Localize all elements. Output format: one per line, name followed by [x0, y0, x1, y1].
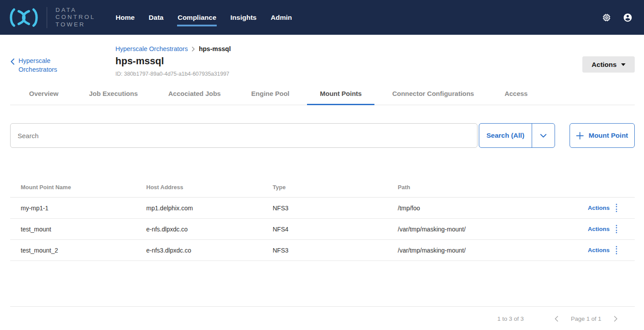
breadcrumb: Hyperscale Orchestrators hps-mssql — [115, 45, 231, 52]
pagination: 1 to 3 of 3 Page 1 of 1 — [0, 307, 644, 330]
row-actions-link[interactable]: Actions — [588, 247, 610, 253]
cell-host-address: e-nfs.dlpxdc.co — [136, 226, 262, 233]
search-scope-dropdown-button[interactable] — [532, 124, 555, 147]
nav-item-compliance[interactable]: Compliance — [178, 11, 216, 24]
previous-page-button[interactable] — [553, 315, 560, 323]
search-all-button[interactable]: Search (All) — [479, 124, 532, 147]
tab-accociated-jobs[interactable]: Accociated Jobs — [168, 84, 221, 105]
cell-type: NFS3 — [262, 247, 387, 254]
row-actions-link[interactable]: Actions — [588, 205, 610, 211]
detail-tabs: Overview Job Executions Accociated Jobs … — [10, 84, 635, 105]
cell-path: /tmp/foo — [387, 205, 524, 212]
next-page-button[interactable] — [612, 315, 619, 323]
chip-settings-icon[interactable] — [602, 13, 611, 22]
cell-path: /var/tmp/masking-mount/ — [387, 226, 524, 233]
nav-item-home[interactable]: Home — [116, 11, 135, 24]
chevron-left-icon — [11, 59, 15, 65]
pagination-page-label: Page 1 of 1 — [571, 315, 601, 322]
kebab-menu-icon[interactable] — [615, 224, 618, 235]
cell-mount-point-name: test_mount_2 — [10, 247, 136, 254]
page-actions-label: Actions — [592, 61, 617, 69]
column-header-path: Path — [387, 184, 524, 191]
nav-item-admin[interactable]: Admin — [270, 11, 292, 24]
cell-actions: Actions — [524, 245, 635, 256]
column-header-name: Mount Point Name — [10, 184, 136, 191]
add-mount-point-button[interactable]: Mount Point — [570, 123, 635, 148]
primary-nav: Home Data Compliance Insights Admin — [116, 11, 292, 24]
tab-access[interactable]: Access — [504, 84, 528, 105]
entity-id: ID: 380b1797-89a0-4d75-a1b4-607935a31997 — [115, 71, 231, 77]
page-title: hps-mssql — [115, 55, 231, 67]
cell-mount-point-name: test_mount — [10, 226, 136, 233]
search-toolbar: Search (All) Mount Point — [10, 123, 635, 148]
tab-engine-pool[interactable]: Engine Pool — [251, 84, 289, 105]
page-actions-button[interactable]: Actions — [582, 56, 635, 73]
top-navbar: DATA CONTROL TOWER Home Data Compliance … — [0, 0, 644, 35]
column-header-type: Type — [262, 184, 387, 191]
cell-actions: Actions — [524, 203, 635, 213]
plus-icon — [576, 132, 584, 139]
delphix-logo-icon — [7, 6, 41, 29]
table-header-row: Mount Point Name Host Address Type Path — [10, 177, 635, 198]
cell-mount-point-name: my-mp1-1 — [10, 205, 136, 212]
mount-points-table: Mount Point Name Host Address Type Path … — [10, 177, 635, 261]
table-row: my-mp1-1 mp1.delphix.com NFS3 /tmp/foo A… — [10, 198, 635, 219]
tab-job-executions[interactable]: Job Executions — [89, 84, 138, 105]
breadcrumb-parent-link[interactable]: Hyperscale Orchestrators — [115, 45, 188, 52]
back-link-label: Hyperscale Orchestrators — [19, 56, 77, 74]
cell-type: NFS4 — [262, 226, 387, 233]
breadcrumb-separator-icon — [192, 47, 195, 51]
kebab-menu-icon[interactable] — [615, 203, 618, 213]
cell-path: /var/tmp/masking-mount/ — [387, 247, 524, 254]
search-input[interactable] — [10, 123, 477, 148]
nav-item-data[interactable]: Data — [149, 11, 164, 24]
navbar-right — [602, 13, 633, 22]
brand-line: DATA — [56, 7, 96, 14]
header-center: Hyperscale Orchestrators hps-mssql hps-m… — [115, 45, 231, 77]
account-icon[interactable] — [623, 13, 633, 22]
page-header: Hyperscale Orchestrators Hyperscale Orch… — [0, 35, 644, 84]
caret-down-icon — [621, 63, 625, 66]
tab-mount-points[interactable]: Mount Points — [320, 84, 362, 105]
search-split-button: Search (All) — [479, 123, 555, 148]
tab-connector-configurations[interactable]: Connector Configurations — [392, 84, 474, 105]
cell-host-address: mp1.delphix.com — [136, 205, 262, 212]
add-mount-point-label: Mount Point — [588, 132, 628, 139]
back-link[interactable]: Hyperscale Orchestrators — [11, 56, 77, 74]
logo-divider — [47, 7, 47, 28]
chevron-right-icon — [614, 316, 618, 322]
cell-host-address: e-nfs3.dlpxdc.co — [136, 247, 262, 254]
brand-line: CONTROL — [56, 14, 96, 21]
brand-wordmark: DATA CONTROL TOWER — [56, 7, 96, 29]
table-row: test_mount_2 e-nfs3.dlpxdc.co NFS3 /var/… — [10, 240, 635, 261]
row-actions-link[interactable]: Actions — [588, 226, 610, 232]
table-row: test_mount e-nfs.dlpxdc.co NFS4 /var/tmp… — [10, 219, 635, 240]
cell-type: NFS3 — [262, 205, 387, 212]
column-header-host: Host Address — [136, 184, 262, 191]
brand-line: TOWER — [56, 21, 96, 29]
breadcrumb-current: hps-mssql — [199, 45, 231, 52]
nav-item-insights[interactable]: Insights — [230, 11, 256, 24]
chevron-left-icon — [555, 316, 558, 322]
kebab-menu-icon[interactable] — [615, 245, 618, 256]
tab-overview[interactable]: Overview — [29, 84, 59, 105]
pagination-range: 1 to 3 of 3 — [497, 315, 524, 322]
chevron-down-icon — [540, 134, 547, 138]
cell-actions: Actions — [524, 224, 635, 235]
